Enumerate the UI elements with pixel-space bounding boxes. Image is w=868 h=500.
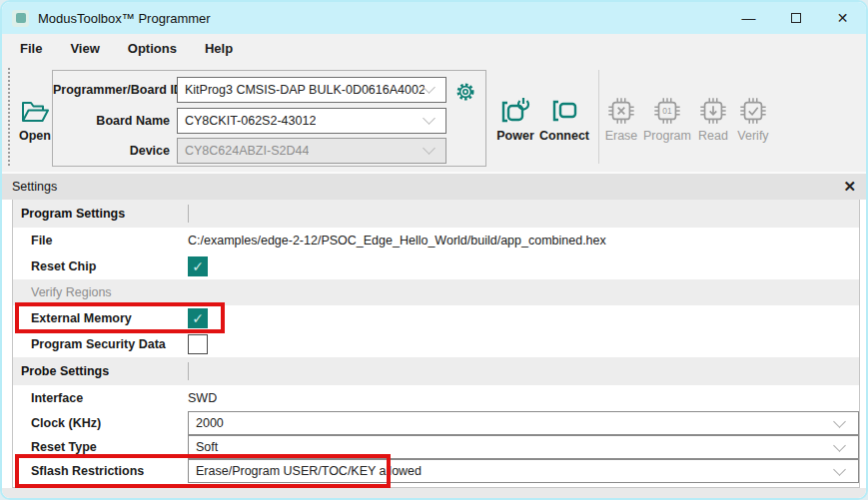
column-divider	[188, 362, 189, 380]
connect-icon	[547, 96, 581, 126]
power-button[interactable]: Power	[493, 96, 537, 143]
device-select: CY8C624ABZI-S2D44	[177, 138, 446, 164]
read-button: Read	[695, 96, 731, 143]
external-memory-row: External Memory ✓	[13, 305, 859, 331]
open-folder-icon	[19, 98, 51, 126]
program-button: 01 Program	[642, 96, 692, 143]
power-icon	[498, 96, 532, 126]
reset-type-select[interactable]: Soft	[188, 435, 859, 459]
verify-label: Verify	[737, 129, 768, 143]
external-memory-label: External Memory	[13, 311, 188, 325]
reset-chip-row: Reset Chip ✓	[13, 253, 859, 279]
connect-button[interactable]: Connect	[537, 96, 591, 143]
clock-label: Clock (KHz)	[13, 416, 188, 430]
menu-file[interactable]: File	[6, 41, 56, 56]
device-label: Device	[53, 144, 177, 158]
file-label: File	[13, 234, 188, 248]
settings-panel-title: Settings	[12, 180, 57, 194]
open-button[interactable]: Open	[13, 98, 57, 143]
app-icon	[12, 10, 29, 27]
sflash-restrictions-select[interactable]: Erase/Program USER/TOC/KEY allowed	[188, 459, 859, 483]
probe-selection-panel: Programmer/Board ID KitProg3 CMSIS-DAP B…	[52, 70, 486, 167]
interface-value: SWD	[188, 391, 217, 405]
title-bar: ModusToolbox™ Programmer — ✕	[2, 2, 866, 34]
board-name-select[interactable]: CY8CKIT-062S2-43012	[177, 108, 446, 134]
verify-button: Verify	[732, 96, 774, 143]
file-row: File C:/examples/edge-2-12/PSOC_Edge_Hel…	[13, 228, 859, 253]
chevron-down-icon	[833, 463, 846, 476]
window-controls: — ✕	[725, 2, 866, 34]
verify-regions-label: Verify Regions	[13, 285, 188, 299]
settings-panel-header: Settings ✕	[2, 174, 866, 200]
menu-view[interactable]: View	[56, 41, 113, 56]
settings-close-icon[interactable]: ✕	[843, 178, 856, 196]
program-security-data-label: Program Security Data	[13, 337, 188, 351]
status-strip	[2, 488, 866, 498]
reset-type-label: Reset Type	[13, 440, 188, 454]
chevron-down-icon	[833, 439, 846, 452]
toolbar: Open Programmer/Board ID KitProg3 CMSIS-…	[2, 62, 866, 172]
verify-regions-row: Verify Regions	[13, 279, 859, 305]
external-memory-checkbox[interactable]: ✓	[188, 308, 208, 328]
toolbar-drag-handle[interactable]	[8, 68, 10, 166]
clock-row: Clock (KHz) 2000	[13, 411, 859, 435]
gear-icon	[454, 81, 476, 103]
read-chip-icon	[698, 96, 728, 126]
program-chip-icon: 01	[652, 96, 682, 126]
minimize-icon[interactable]: —	[725, 2, 772, 34]
settings-panel: Program Settings File C:/examples/edge-2…	[12, 200, 860, 488]
open-label: Open	[19, 129, 51, 143]
app-window: ModusToolbox™ Programmer — ✕ File View O…	[0, 0, 868, 500]
reset-type-row: Reset Type Soft	[13, 435, 859, 459]
maximize-icon[interactable]	[772, 2, 819, 34]
reset-chip-checkbox[interactable]: ✓	[188, 256, 208, 276]
interface-row: Interface SWD	[13, 385, 859, 411]
program-settings-section-header: Program Settings	[13, 200, 859, 228]
reset-chip-label: Reset Chip	[13, 259, 188, 273]
board-name-label: Board Name	[53, 114, 177, 128]
svg-text:01: 01	[662, 106, 672, 116]
chevron-down-icon	[423, 112, 435, 125]
program-security-data-checkbox[interactable]	[188, 334, 208, 354]
column-divider	[188, 205, 189, 223]
erase-button: Erase	[602, 96, 640, 143]
menu-help[interactable]: Help	[191, 41, 247, 56]
menu-bar: File View Options Help	[2, 34, 866, 62]
menu-options[interactable]: Options	[114, 41, 191, 56]
settings-gear-button[interactable]	[452, 79, 478, 105]
chevron-down-icon	[833, 415, 846, 428]
sflash-restrictions-row: Sflash Restrictions Erase/Program USER/T…	[13, 459, 859, 483]
program-security-data-row: Program Security Data	[13, 331, 859, 357]
window-title: ModusToolbox™ Programmer	[38, 11, 211, 26]
chevron-down-icon	[423, 142, 435, 155]
connect-label: Connect	[539, 129, 589, 143]
file-path-value[interactable]: C:/examples/edge-2-12/PSOC_Edge_Hello_Wo…	[188, 234, 606, 248]
sflash-restrictions-label: Sflash Restrictions	[13, 464, 188, 478]
probe-settings-section-header: Probe Settings	[13, 357, 859, 385]
toolbar-separator	[598, 70, 599, 164]
interface-label: Interface	[13, 391, 188, 405]
program-label: Program	[643, 129, 691, 143]
programmer-board-id-select[interactable]: KitProg3 CMSIS-DAP BULK-0D0616A4002A9400	[177, 77, 446, 103]
programmer-board-id-label: Programmer/Board ID	[53, 83, 177, 97]
chevron-down-icon	[423, 81, 435, 94]
erase-chip-icon	[606, 96, 636, 126]
read-label: Read	[698, 129, 728, 143]
close-icon[interactable]: ✕	[819, 2, 866, 34]
clock-select[interactable]: 2000	[188, 411, 859, 435]
power-label: Power	[496, 129, 534, 143]
erase-label: Erase	[605, 129, 638, 143]
verify-chip-icon	[738, 96, 768, 126]
